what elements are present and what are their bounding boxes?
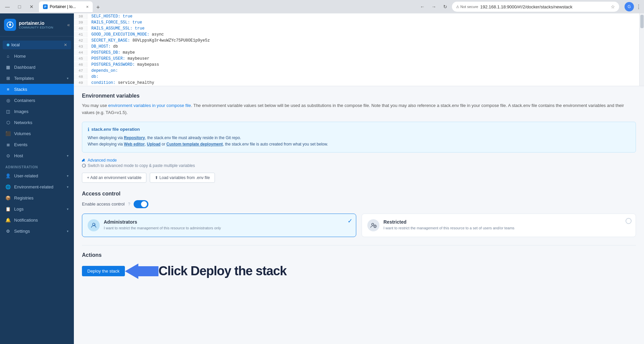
dashboard-icon: ▦ [5,65,11,70]
sidebar-item-registries[interactable]: 📦 Registries [0,192,74,204]
sidebar-item-events[interactable]: ≣ Events [0,139,74,150]
events-icon: ≣ [5,142,11,147]
access-cards: Administrators I want to restrict the ma… [82,214,636,237]
back-btn[interactable]: ← [418,2,427,11]
logo-main-text: portainer.io [19,20,53,26]
nav-label-stacks: Stacks [14,87,68,92]
env-buttons-row: + Add an environment variable ⬆ Load var… [82,173,636,183]
code-editor[interactable]: 38 SELF_HOSTED: true 39 RAILS_FORCE_SSL:… [74,13,639,86]
sidebar-item-environment-related[interactable]: 🌐 Environment-related ▾ [0,181,74,192]
address-bar[interactable]: ⚠ Not secure 192.168.1.18:9000/#!/2/dock… [452,2,619,12]
close-btn[interactable]: ✕ [27,2,36,11]
restricted-card-desc: I want to restrict the management of thi… [383,226,514,231]
sidebar-item-dashboard[interactable]: ▦ Dashboard [0,62,74,73]
nav-label-containers: Containers [14,98,68,103]
sidebar-item-containers[interactable]: ◎ Containers [0,95,74,106]
sidebar-nav: local ✕ ⌂ Home ▦ Dashboard ⊞ Templates ▾… [0,37,74,239]
menu-icon[interactable]: ⋮ [636,4,641,10]
advanced-mode-section: Advanced mode ↺ Switch to advanced mode … [82,158,636,168]
nav-label-registries: Registries [14,195,68,200]
actions-title: Actions [82,252,636,258]
sidebar-header: portainer.io Community Edition « [0,13,74,37]
app-container: portainer.io Community Edition « local ✕… [0,13,644,344]
browser-tabs: P Portainer | lo... ✕ + [39,1,415,12]
bookmark-icon[interactable]: ☆ [611,4,615,9]
minimize-btn[interactable]: — [3,2,12,11]
code-line-49: 49 condition: service_healthy [74,80,639,86]
code-line-38: 38 SELF_HOSTED: true [74,13,639,19]
browser-chrome: — □ ✕ P Portainer | lo... ✕ + ← → ↻ ⚠ No… [0,0,644,13]
help-circle-icon[interactable]: ? [128,202,130,207]
active-tab[interactable]: P Portainer | lo... ✕ [39,1,93,12]
info-box-title: ℹ stack.env file operation [88,127,630,132]
load-env-file-button[interactable]: ⬆ Load variables from .env file [150,173,215,183]
svg-text:↺: ↺ [84,165,86,167]
nav-label-settings: Settings [14,229,63,234]
access-control-title: Access control [82,191,636,197]
settings-icon: ⚙ [5,229,11,234]
annotation-text: Click Deploy the stack [158,264,286,278]
admin-card-info: Administrators I want to restrict the ma… [104,219,221,231]
sidebar-item-stacks[interactable]: ≡ Stacks [0,84,74,95]
code-line-39: 39 RAILS_FORCE_SSL: true [74,19,639,25]
deploy-stack-button[interactable]: Deploy the stack [82,266,125,276]
lock-icon: ⚠ [456,5,459,9]
env-vars-link[interactable]: environment variables in your compose fi… [108,103,191,108]
info-upload-link[interactable]: Upload [147,142,161,147]
sidebar-item-host[interactable]: ⊙ Host ▾ [0,150,74,161]
nav-label-user-related: User-related [14,173,63,178]
code-line-41: 41 GOOD_JOB_EXECUTION_MODE: async [74,32,639,38]
security-indicator: ⚠ Not secure [456,5,478,9]
endpoint-badge: local ✕ [3,41,71,49]
svg-marker-13 [125,264,158,279]
new-tab-btn[interactable]: + [93,3,103,12]
networks-icon: ⬡ [5,120,11,125]
add-env-var-button[interactable]: + Add an environment variable [82,173,146,183]
admin-card-checkmark-icon: ✓ [348,217,353,225]
info-repository-link[interactable]: Repository [124,135,145,140]
forward-btn[interactable]: → [429,2,439,11]
nav-label-notifications: Notifications [14,218,68,223]
sidebar-item-images[interactable]: ◫ Images [0,106,74,117]
info-web-editor-link[interactable]: Web editor [124,142,145,147]
access-control-toggle[interactable] [134,200,148,208]
host-chevron-icon: ▾ [67,154,68,158]
containers-icon: ◎ [5,98,11,103]
profile-btn[interactable]: G [625,2,634,11]
tab-close-icon[interactable]: ✕ [86,5,89,9]
main-content: 38 SELF_HOSTED: true 39 RAILS_FORCE_SSL:… [74,13,644,344]
sidebar-item-notifications[interactable]: 🔔 Notifications [0,215,74,226]
sidebar-item-volumes[interactable]: ⬛ Volumes [0,128,74,139]
code-scrollbar[interactable] [639,13,644,86]
admin-card-icon [88,219,100,231]
endpoint-close-icon[interactable]: ✕ [64,43,67,47]
sidebar-item-logs[interactable]: 📋 Logs ▾ [0,204,74,215]
url-text: 192.168.1.18:9000/#!/2/docker/stacks/new… [480,4,609,9]
nav-label-templates: Templates [14,76,63,81]
access-card-restricted[interactable]: Restricted I want to restrict the manage… [362,214,636,237]
sidebar-item-home[interactable]: ⌂ Home [0,51,74,62]
info-custom-template-link[interactable]: Custom template deployment [167,142,223,147]
host-icon: ⊙ [5,153,11,158]
volumes-icon: ⬛ [5,131,11,136]
access-card-administrators[interactable]: Administrators I want to restrict the ma… [82,214,356,237]
svg-point-1 [9,24,11,26]
user-related-chevron-icon: ▾ [67,174,68,178]
enable-access-label: Enable access control [82,202,125,207]
reload-btn[interactable]: ↻ [441,2,450,11]
maximize-btn[interactable]: □ [15,2,24,11]
svg-point-11 [375,225,376,226]
sidebar-item-settings[interactable]: ⚙ Settings ▾ [0,226,74,237]
advanced-mode-toggle[interactable]: Advanced mode [82,158,636,163]
sidebar-item-user-related[interactable]: 👤 User-related ▾ [0,170,74,181]
sidebar-item-networks[interactable]: ⬡ Networks [0,117,74,128]
logo: portainer.io Community Edition [4,19,53,31]
stack-env-info-box: ℹ stack.env file operation When deployin… [82,122,636,153]
sidebar-item-templates[interactable]: ⊞ Templates ▾ [0,73,74,84]
code-line-42: 42 SECRET_KEY_BASE: 80VLppsKg3r4wuWZYc75… [74,38,639,44]
sidebar-collapse-icon[interactable]: « [67,22,70,27]
endpoint-name: local [11,43,62,47]
info-box-p1: When deploying via Repository, the stack… [88,135,630,141]
env-vars-section: Environment variables You may use enviro… [82,93,636,183]
stacks-icon: ≡ [5,87,11,92]
